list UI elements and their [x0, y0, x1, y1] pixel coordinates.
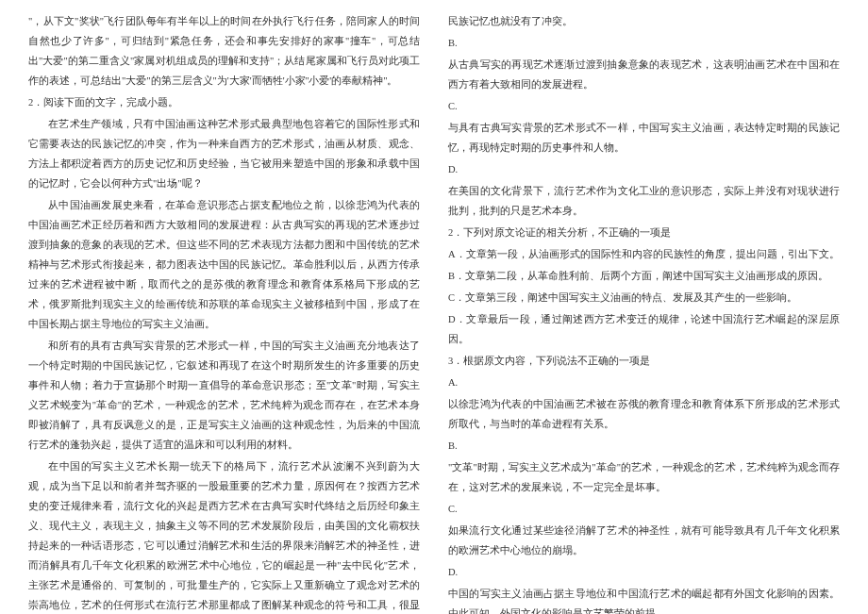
q3-option-a-label: A. [448, 373, 840, 392]
option-b-label: B. [448, 33, 840, 53]
right-column: 民族记忆也就没有了冲突。 B. 从古典写实的再现艺术逐渐过渡到抽象意象的表现艺术… [448, 11, 840, 614]
option-d-text: 在美国的文化背景下，流行艺术作为文化工业的意识形态，实际上并没有对现状进行批判，… [448, 181, 840, 221]
option-d-label: D. [448, 159, 840, 179]
section-header: 2．阅读下面的文字，完成小题。 [28, 92, 420, 112]
q2-option-c: C．文章第三段，阐述中国写实主义油画的特点、发展及其产生的一些影响。 [448, 288, 840, 307]
question-2-label: 2．下列对原文论证的相关分析，不正确的一项是 [448, 223, 840, 242]
option-c-text: 与具有古典写实背景的艺术形式不一样，中国写实主义油画，表达特定时期的民族记忆，再… [448, 118, 840, 158]
q3-option-c-label: C. [448, 499, 840, 519]
q3-option-a-text: 以徐悲鸿为代表的中国油画艺术被在苏俄的教育理念和教育体系下所形成的艺术形式所取代… [448, 394, 840, 434]
option-a-continuation: 民族记忆也就没有了冲突。 [448, 11, 840, 31]
body-paragraph-3: 和所有的具有古典写实背景的艺术形式一样，中国的写实主义油画充分地表达了一个特定时… [28, 336, 420, 455]
q3-option-b-text: "文革"时期，写实主义艺术成为"革命"的艺术，一种观念的艺术，艺术纯粹为观念而存… [448, 457, 840, 497]
q3-option-c-text: 如果流行文化通过某些途径消解了艺术的神圣性，就有可能导致具有几千年文化积累的欧洲… [448, 521, 840, 560]
q2-option-a: A．文章第一段，从油画形式的国际性和内容的民族性的角度，提出问题，引出下文。 [448, 244, 840, 264]
left-column: "，从下文"奖状"飞行团队每年有半年以上的时间在外执行飞行任务，陪同家人的时间自… [28, 11, 420, 614]
paragraph-continuation: "，从下文"奖状"飞行团队每年有半年以上的时间在外执行飞行任务，陪同家人的时间自… [28, 11, 420, 91]
body-paragraph-2: 从中国油画发展史来看，在革命意识形态占据支配地位之前，以徐悲鸿为代表的中国油画艺… [28, 195, 420, 334]
option-b-text: 从古典写实的再现艺术逐渐过渡到抽象意象的表现艺术，这表明油画艺术在中国和在西方有… [448, 55, 840, 94]
option-c-label: C. [448, 96, 840, 116]
q2-option-b: B．文章第二段，从革命胜利前、后两个方面，阐述中国写实主义油画形成的原因。 [448, 266, 840, 286]
q3-option-d-text: 中国的写实主义油画占据主导地位和中国流行艺术的崛起都有外国文化影响的因素。由此可… [448, 584, 840, 614]
question-3-label: 3．根据原文内容，下列说法不正确的一项是 [448, 351, 840, 371]
q2-option-d: D．文章最后一段，通过阐述西方艺术变迁的规律，论述中国流行艺术崛起的深层原因。 [448, 309, 840, 349]
body-paragraph-4: 在中国的写实主义艺术长期一统天下的格局下，流行艺术从波澜不兴到蔚为大观，成为当下… [28, 456, 420, 614]
q3-option-d-label: D. [448, 562, 840, 582]
body-paragraph-1: 在艺术生产领域，只有中国油画这种艺术形式最典型地包容着它的国际性形式和它需要表达… [28, 114, 420, 193]
document-page: "，从下文"奖状"飞行团队每年有半年以上的时间在外执行飞行任务，陪同家人的时间自… [0, 0, 868, 614]
q3-option-b-label: B. [448, 436, 840, 456]
